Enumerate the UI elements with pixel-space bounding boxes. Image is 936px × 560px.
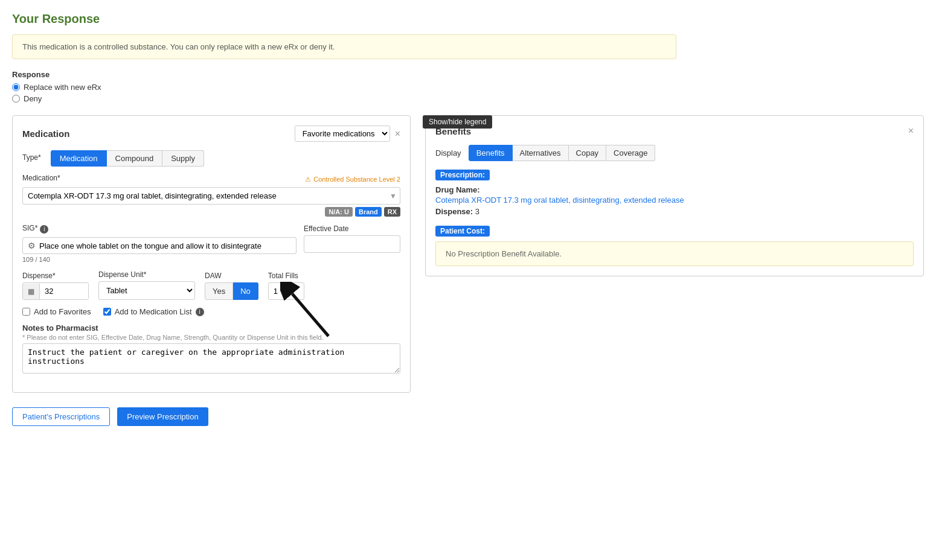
sig-gear-icon[interactable]: ⚙ [28, 241, 36, 250]
type-compound-button[interactable]: Compound [107, 150, 163, 167]
tag-rx: RX [384, 207, 400, 217]
type-field-row: Type* Medication Compound Supply [22, 150, 400, 167]
sig-label: SIG* [22, 224, 37, 232]
controlled-substance-badge: ⚠ Controlled Substance Level 2 [305, 176, 400, 183]
sig-field-row: SIG* i ⚙ 109 / 140 Effective Date [22, 224, 400, 263]
response-section: Response Replace with new eRx Deny [12, 70, 924, 103]
tab-alternatives-button[interactable]: Alternatives [513, 145, 569, 161]
medication-close-button[interactable]: × [395, 129, 400, 139]
main-content: Show/hide legend Medication Favorite med… [12, 115, 924, 393]
tab-benefits-button[interactable]: Benefits [469, 145, 513, 161]
replace-radio[interactable] [12, 83, 20, 91]
daw-yes-button[interactable]: Yes [205, 282, 233, 300]
notes-sublabel: * Please do not enter SIG, Effective Dat… [22, 334, 400, 341]
effective-date-label: Effective Date [304, 224, 348, 233]
response-label: Response [12, 70, 924, 79]
sig-input[interactable] [39, 241, 291, 250]
replace-label: Replace with new eRx [24, 83, 101, 92]
type-button-group: Medication Compound Supply [51, 150, 204, 167]
show-legend-button[interactable]: Show/hide legend [423, 115, 492, 129]
dispense-calendar-icon: ▦ [23, 284, 40, 299]
add-medication-list-checkbox-item[interactable]: Add to Medication List i [103, 307, 204, 316]
patient-cost-badge: Patient Cost: [435, 226, 490, 237]
medication-panel: Medication Favorite medications × Type* … [12, 115, 411, 393]
warning-icon: ⚠ [305, 176, 311, 183]
add-favorites-checkbox[interactable] [22, 308, 30, 316]
deny-label: Deny [24, 94, 42, 103]
dispense-row: Dispense* ▦ Dispense Unit* Tablet DAW [22, 270, 400, 300]
controlled-substance-text: Controlled Substance Level 2 [313, 176, 400, 183]
daw-no-button[interactable]: No [233, 282, 258, 300]
display-label: Display [435, 148, 461, 158]
dispense-unit-select[interactable]: Tablet [98, 281, 195, 300]
benefits-dispense-value: 3 [475, 207, 479, 216]
notes-field-row: Notes to Pharmacist * Please do not ente… [22, 323, 400, 375]
medication-input[interactable] [22, 187, 400, 205]
daw-button-group: Yes No [205, 282, 258, 300]
add-favorites-label: Add to Favorites [34, 307, 91, 316]
patient-cost-section: Patient Cost: No Prescription Benefit Av… [435, 218, 914, 266]
type-medication-button[interactable]: Medication [51, 150, 107, 167]
total-fills-input[interactable] [268, 282, 304, 300]
alert-message: This medication is a controlled substanc… [12, 34, 676, 59]
medication-field-label: Medication* [22, 174, 60, 182]
sig-row: SIG* i ⚙ 109 / 140 Effective Date [22, 224, 400, 263]
dispense-input-wrapper: ▦ [22, 282, 89, 300]
dispense-label: Dispense* [22, 272, 89, 280]
favorite-medications-select[interactable]: Favorite medications [295, 126, 390, 142]
notes-textarea[interactable]: Instruct the patient or caregiver on the… [22, 343, 400, 374]
medication-panel-header: Medication Favorite medications × [22, 126, 400, 142]
tag-na: N/A: U [325, 207, 353, 217]
medication-list-info-icon[interactable]: i [196, 308, 204, 316]
benefits-dispense-label: Dispense: 3 [435, 207, 914, 216]
prescription-badge: Prescription: [435, 170, 490, 180]
add-medication-list-label: Add to Medication List [115, 307, 192, 316]
drug-name-label-text: Drug Name: [435, 185, 914, 194]
benefits-close-button[interactable]: × [908, 126, 914, 136]
tab-copay-button[interactable]: Copay [569, 145, 607, 161]
medication-panel-title: Medication [22, 129, 69, 139]
main-layout: Medication Favorite medications × Type* … [12, 115, 924, 393]
dispense-unit-label: Dispense Unit* [98, 270, 195, 279]
medication-field-row: Medication* ⚠ Controlled Substance Level… [22, 174, 400, 217]
sig-left: SIG* i ⚙ 109 / 140 [22, 224, 297, 263]
effective-date-input[interactable] [304, 235, 400, 253]
add-favorites-checkbox-item[interactable]: Add to Favorites [22, 307, 91, 316]
deny-radio-row[interactable]: Deny [12, 94, 924, 103]
type-label: Type* [22, 153, 41, 162]
patients-prescriptions-button[interactable]: Patient's Prescriptions [12, 407, 110, 426]
daw-field: DAW Yes No [205, 272, 258, 300]
dispense-input[interactable] [40, 283, 88, 299]
tag-brand: Brand [355, 207, 382, 217]
benefits-panel-header: Benefits × [435, 126, 914, 136]
preview-prescription-button[interactable]: Preview Prescription [117, 407, 208, 426]
total-fills-label: Total Fills [268, 272, 304, 280]
dispense-unit-field: Dispense Unit* Tablet [98, 270, 195, 300]
notes-label: Notes to Pharmacist [22, 323, 400, 332]
daw-label: DAW [205, 272, 258, 280]
tab-coverage-button[interactable]: Coverage [606, 145, 655, 161]
medication-input-wrapper: ▼ [22, 187, 400, 205]
medication-tags: N/A: U Brand RX [22, 207, 400, 217]
sig-counter: 109 / 140 [22, 256, 297, 263]
sig-info-icon[interactable]: i [40, 225, 48, 234]
medication-chevron-icon: ▼ [389, 192, 397, 200]
effective-date-field: Effective Date [304, 224, 400, 253]
page-title: Your Response [12, 12, 924, 26]
display-row: Display Benefits Alternatives Copay Cove… [435, 145, 914, 161]
add-medication-list-checkbox[interactable] [103, 308, 111, 316]
replace-radio-row[interactable]: Replace with new eRx [12, 83, 924, 92]
dispense-field-row: Dispense* ▦ Dispense Unit* Tablet DAW [22, 270, 400, 300]
deny-radio[interactable] [12, 95, 20, 103]
type-supply-button[interactable]: Supply [162, 150, 204, 167]
medication-panel-controls: Favorite medications × [295, 126, 400, 142]
checkbox-row: Add to Favorites Add to Medication List … [22, 307, 400, 316]
bottom-buttons: Patient's Prescriptions Preview Prescrip… [12, 407, 924, 426]
prescription-section: Prescription: Drug Name: Cotempla XR-ODT… [435, 170, 914, 216]
no-benefit-box: No Prescription Benefit Available. [435, 241, 914, 266]
sig-input-wrapper: ⚙ [22, 237, 297, 254]
benefits-tab-group: Benefits Alternatives Copay Coverage [469, 145, 656, 161]
dispense-field: Dispense* ▦ [22, 272, 89, 300]
total-fills-field: Total Fills [268, 272, 304, 300]
drug-name-link[interactable]: Cotempla XR-ODT 17.3 mg oral tablet, dis… [435, 196, 914, 205]
